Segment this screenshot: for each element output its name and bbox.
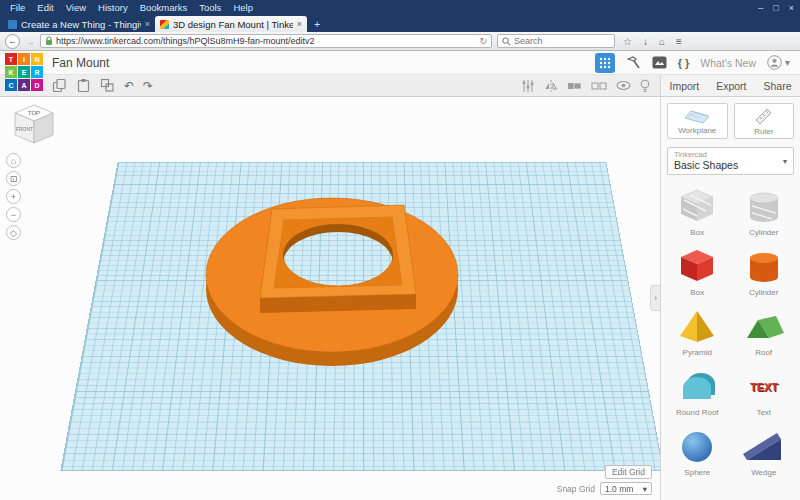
lightbulb-icon[interactable] — [640, 79, 650, 93]
viewcube-front-label: FRONT — [16, 126, 33, 132]
shape-box-hole[interactable]: Box — [667, 185, 728, 237]
pyramid-icon — [675, 305, 719, 347]
paste-icon[interactable] — [76, 78, 91, 93]
snap-grid-dropdown[interactable]: 1.0 mm ▾ — [600, 482, 652, 495]
workplane-tool-button[interactable]: Workplane — [667, 103, 728, 139]
svg-text:TEXT: TEXT — [750, 381, 778, 393]
cylinder-icon — [742, 245, 786, 287]
shape-label: Wedge — [751, 468, 776, 477]
logo-letter: I — [18, 53, 30, 65]
import-button[interactable]: Import — [669, 80, 699, 92]
tab-close-icon[interactable]: × — [297, 19, 302, 29]
close-button[interactable]: × — [789, 3, 794, 13]
menu-file[interactable]: File — [4, 0, 31, 15]
file-actions: Import Export Share — [660, 75, 800, 96]
maximize-button[interactable]: □ — [773, 3, 778, 13]
url-input[interactable] — [56, 36, 476, 46]
shape-pyramid[interactable]: Pyramid — [667, 305, 728, 357]
redo-button[interactable]: ↷ — [143, 80, 153, 92]
braces-icon[interactable]: { } — [678, 57, 690, 69]
home-view-button[interactable]: ⌂ — [6, 153, 21, 168]
shape-category-dropdown[interactable]: Tinkercad Basic Shapes ▾ — [667, 147, 794, 175]
main-area: TOP FRONT ⌂ ⊡ + − ◇ Edit Grid Snap Grid … — [0, 97, 800, 500]
menu-view[interactable]: View — [60, 0, 92, 15]
view-cube[interactable]: TOP FRONT — [10, 102, 58, 148]
search-box — [497, 34, 615, 48]
back-button[interactable]: ← — [5, 34, 20, 49]
bookmark-star-icon[interactable]: ☆ — [620, 36, 635, 47]
app-header: Fan Mount { } What's New ▾ — [0, 51, 800, 75]
minimize-button[interactable]: – — [758, 3, 763, 13]
tab-title: Create a New Thing - Thingiv... — [21, 19, 141, 30]
box-icon — [675, 245, 719, 287]
tinkercad-logo[interactable]: T I N K E R C A D — [5, 53, 43, 91]
tab-tinkercad-design[interactable]: 3D design Fan Mount | Tinker... × — [155, 16, 307, 32]
window-controls: – □ × — [758, 3, 794, 13]
show-all-icon[interactable] — [616, 80, 631, 91]
menu-history[interactable]: History — [92, 0, 134, 15]
downloads-icon[interactable]: ↓ — [640, 36, 651, 47]
account-avatar[interactable]: ▾ — [767, 55, 790, 70]
new-tab-button[interactable]: + — [307, 16, 327, 32]
logo-letter: R — [31, 66, 43, 78]
menu-help[interactable]: Help — [227, 0, 259, 15]
logo-letter: N — [31, 53, 43, 65]
gallery-icon[interactable] — [652, 56, 667, 69]
grid-dots-icon — [599, 57, 611, 69]
reload-icon[interactable]: ↻ — [479, 36, 487, 46]
apps-grid-button[interactable] — [595, 53, 615, 73]
shape-cylinder[interactable]: Cylinder — [734, 245, 795, 297]
fit-view-button[interactable]: ⊡ — [6, 171, 21, 186]
chevron-down-icon: ▾ — [783, 157, 787, 166]
tab-thingiverse[interactable]: Create a New Thing - Thingiv... × — [3, 16, 155, 32]
group-icon[interactable] — [567, 80, 582, 92]
shape-label: Cylinder — [749, 288, 778, 297]
home-icon[interactable]: ⌂ — [656, 36, 668, 47]
zoom-out-button[interactable]: − — [6, 207, 21, 222]
shape-label: Sphere — [684, 468, 710, 477]
menu-bookmarks[interactable]: Bookmarks — [134, 0, 194, 15]
ruler-tool-button[interactable]: Ruler — [734, 103, 795, 139]
edit-grid-button[interactable]: Edit Grid — [605, 465, 652, 479]
undo-button[interactable]: ↶ — [124, 80, 134, 92]
shape-round-roof[interactable]: Round Roof — [667, 365, 728, 417]
logo-letter: T — [5, 53, 17, 65]
menu-edit[interactable]: Edit — [31, 0, 59, 15]
shape-roof[interactable]: Roof — [734, 305, 795, 357]
copy-icon[interactable] — [52, 78, 67, 93]
shape-grid: Box Cylinder Box — [667, 185, 794, 477]
menu-tools[interactable]: Tools — [193, 0, 227, 15]
mirror-icon[interactable] — [544, 79, 558, 93]
shape-cylinder-hole[interactable]: Cylinder — [734, 185, 795, 237]
tab-close-icon[interactable]: × — [145, 19, 150, 29]
snap-grid-label: Snap Grid — [557, 484, 595, 494]
search-input[interactable] — [514, 36, 604, 46]
align-icon[interactable] — [521, 79, 535, 93]
shape-sphere[interactable]: Sphere — [667, 425, 728, 477]
duplicate-icon[interactable] — [100, 78, 115, 93]
perspective-toggle-button[interactable]: ◇ — [6, 225, 21, 240]
export-button[interactable]: Export — [716, 80, 746, 92]
shape-text[interactable]: TEXT TEXT Text — [734, 365, 795, 417]
ruler-icon — [754, 106, 774, 126]
zoom-in-button[interactable]: + — [6, 189, 21, 204]
shape-box[interactable]: Box — [667, 245, 728, 297]
chevron-down-icon: ▾ — [643, 484, 647, 494]
share-button[interactable]: Share — [763, 80, 791, 92]
hammer-icon[interactable] — [626, 56, 641, 70]
shape-label: Roof — [755, 348, 772, 357]
logo-letter: D — [31, 79, 43, 91]
hamburger-menu-icon[interactable]: ≡ — [673, 36, 685, 47]
ungroup-icon[interactable] — [591, 80, 607, 92]
panel-collapse-arrow[interactable]: › — [650, 285, 660, 311]
shape-wedge[interactable]: Wedge — [734, 425, 795, 477]
whats-new-link[interactable]: What's New — [700, 57, 756, 69]
tab-title: 3D design Fan Mount | Tinker... — [173, 19, 293, 30]
forward-button[interactable]: → — [25, 36, 35, 47]
3d-viewport[interactable]: TOP FRONT ⌂ ⊡ + − ◇ Edit Grid Snap Grid … — [0, 97, 660, 500]
wedge-icon — [742, 425, 786, 467]
shape-label: Cylinder — [749, 228, 778, 237]
text-icon: TEXT TEXT — [742, 365, 786, 407]
shape-label: Round Roof — [676, 408, 719, 417]
shape-label: Box — [690, 288, 704, 297]
